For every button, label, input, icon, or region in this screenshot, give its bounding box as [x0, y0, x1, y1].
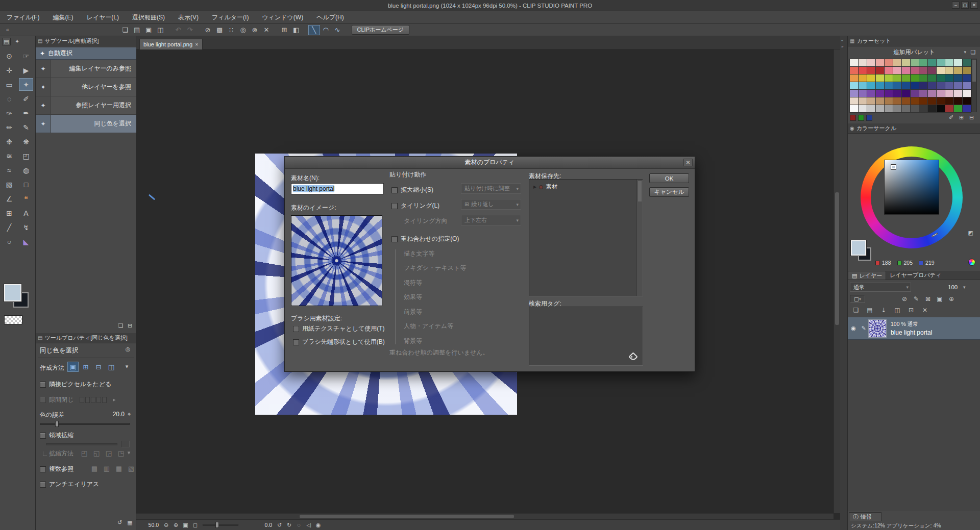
new-selection-icon[interactable]: ▣: [67, 362, 79, 372]
overlay-checkbox[interactable]: [391, 236, 398, 242]
horizontal-scrollbar[interactable]: [136, 513, 834, 519]
zoom-tool-icon[interactable]: ⊙: [2, 49, 16, 62]
expand-right-panel-icon[interactable]: »: [841, 44, 843, 49]
color-swatch[interactable]: [893, 67, 901, 74]
color-swatch[interactable]: [885, 97, 893, 105]
color-swatch[interactable]: [911, 82, 919, 89]
marquee-select-tool-icon[interactable]: ▭: [2, 78, 16, 91]
color-swatch[interactable]: [867, 82, 875, 89]
scale-checkbox[interactable]: [391, 187, 398, 193]
color-swatch[interactable]: [937, 90, 945, 97]
snap-special-ruler-icon[interactable]: ⊗: [249, 25, 261, 35]
delete-subtool-icon[interactable]: ⊟: [126, 322, 134, 330]
color-swatch[interactable]: [919, 90, 927, 97]
color-swatch[interactable]: [919, 59, 927, 66]
color-swatch[interactable]: [859, 97, 867, 105]
panel-menu-icon[interactable]: ▤: [38, 38, 42, 44]
color-swatch[interactable]: [876, 59, 884, 66]
color-swatch[interactable]: [876, 74, 884, 82]
paper-texture-checkbox[interactable]: [293, 326, 299, 332]
new-layer-icon[interactable]: ❏: [851, 306, 861, 314]
lasso-tool-icon[interactable]: ◌: [2, 92, 16, 105]
color-swatch[interactable]: [963, 82, 971, 89]
correction-tool-icon[interactable]: ↯: [19, 221, 33, 234]
color-swatch[interactable]: [885, 105, 893, 112]
color-swatch[interactable]: [850, 59, 858, 66]
color-swatch[interactable]: [937, 82, 945, 89]
color-swatch[interactable]: [928, 67, 936, 74]
zoom-in-icon[interactable]: ⊕: [172, 521, 180, 529]
layer-visibility-eye-icon[interactable]: ◉: [848, 325, 859, 332]
ref-all-layers-icon[interactable]: ▤: [89, 463, 100, 473]
color-swatch[interactable]: [867, 90, 875, 97]
color-swatch[interactable]: [919, 105, 927, 112]
color-swatch[interactable]: [919, 97, 927, 105]
color-swatch[interactable]: [954, 105, 962, 112]
color-swatch[interactable]: [963, 74, 971, 82]
document-tab-close-icon[interactable]: ✕: [195, 42, 199, 47]
zoom-out-icon[interactable]: ⊖: [162, 521, 170, 529]
color-swatch[interactable]: [876, 105, 884, 112]
zoom-value[interactable]: 50.0: [142, 522, 159, 528]
tab-layer-property[interactable]: レイヤープロパティ: [886, 271, 945, 280]
add-subtool-icon[interactable]: ❏: [116, 322, 125, 330]
color-swatch[interactable]: [885, 59, 893, 66]
blend-mode-dropdown[interactable]: 通常 ▾: [850, 283, 911, 292]
color-swatch[interactable]: [945, 74, 953, 82]
tab-layer[interactable]: ▤ レイヤー: [848, 271, 886, 280]
actual-pixels-icon[interactable]: ◻: [191, 521, 200, 529]
line-tool-icon[interactable]: ╱: [2, 221, 16, 234]
curve-line-icon[interactable]: ◠: [320, 25, 332, 35]
color-swatch[interactable]: [937, 59, 945, 66]
open-file-icon[interactable]: ▤: [131, 25, 143, 35]
recent-color-swatch[interactable]: [858, 115, 864, 121]
adjacent-pixels-checkbox[interactable]: [40, 382, 46, 388]
vertical-scrollbar[interactable]: [834, 49, 840, 513]
layer-opacity-arrow-icon[interactable]: ▾: [963, 285, 966, 290]
palette-dropdown-icon[interactable]: ▾: [964, 49, 966, 55]
color-swatch[interactable]: [937, 67, 945, 74]
color-swatch[interactable]: [919, 82, 927, 89]
color-swatch[interactable]: [963, 59, 971, 66]
color-swatch[interactable]: [911, 97, 919, 105]
color-swatch[interactable]: [928, 97, 936, 105]
color-swatch[interactable]: [902, 105, 910, 112]
subtool-item-ref-other-layers[interactable]: ✦ 他レイヤーを参照: [36, 78, 136, 96]
dialog-close-icon[interactable]: ✕: [683, 159, 693, 166]
search-tag-box[interactable]: [529, 307, 643, 366]
color-swatch[interactable]: [850, 90, 858, 97]
rotation-value[interactable]: 0.0: [241, 522, 272, 528]
color-swatch[interactable]: [945, 97, 953, 105]
merge-layer-icon[interactable]: ◫: [892, 306, 902, 314]
eyedropper-tool-icon[interactable]: ✑: [2, 107, 16, 119]
tool-panel-tab2-icon[interactable]: ✦: [13, 38, 21, 45]
undo-icon[interactable]: ↶: [173, 25, 184, 35]
close-window-button[interactable]: ✕: [970, 2, 978, 9]
snap-grid-icon[interactable]: ∷: [226, 25, 237, 35]
grid-view-icon[interactable]: ⊞: [279, 25, 290, 35]
color-swatch[interactable]: [963, 90, 971, 97]
gradient-tool-icon[interactable]: ▧: [2, 178, 16, 191]
move-tool-icon[interactable]: ✛: [2, 64, 16, 77]
zoom-slider-thumb[interactable]: [215, 522, 219, 528]
layer-mask-icon[interactable]: ⊡: [906, 306, 916, 314]
add-color-icon[interactable]: ⊞: [957, 114, 966, 121]
layer-thumbnail[interactable]: [868, 319, 887, 338]
color-swatch[interactable]: [902, 74, 910, 82]
reset-tool-property-icon[interactable]: ↺: [115, 519, 124, 526]
subtract-selection-icon[interactable]: ⊟: [93, 362, 104, 372]
layer-name[interactable]: blue light portal: [891, 329, 932, 336]
ok-button[interactable]: OK: [649, 173, 689, 183]
fill-tool-icon[interactable]: ◍: [19, 164, 33, 176]
tree-scrollbar-thumb[interactable]: [638, 181, 642, 201]
brush-tool-icon[interactable]: ❉: [2, 135, 16, 148]
hand-tool-icon[interactable]: ☞: [19, 49, 33, 62]
color-set-tab-icon[interactable]: ▦: [850, 38, 854, 44]
color-swatch[interactable]: [902, 90, 910, 97]
menu-item-filter[interactable]: フィルター(I): [205, 11, 255, 23]
eraser-tool-icon[interactable]: ◰: [19, 149, 33, 162]
color-swatch[interactable]: [893, 105, 901, 112]
eyedropper-icon[interactable]: ✐: [947, 114, 955, 121]
pen-tool-icon[interactable]: ✒: [19, 107, 33, 119]
color-swatch[interactable]: [850, 74, 858, 82]
